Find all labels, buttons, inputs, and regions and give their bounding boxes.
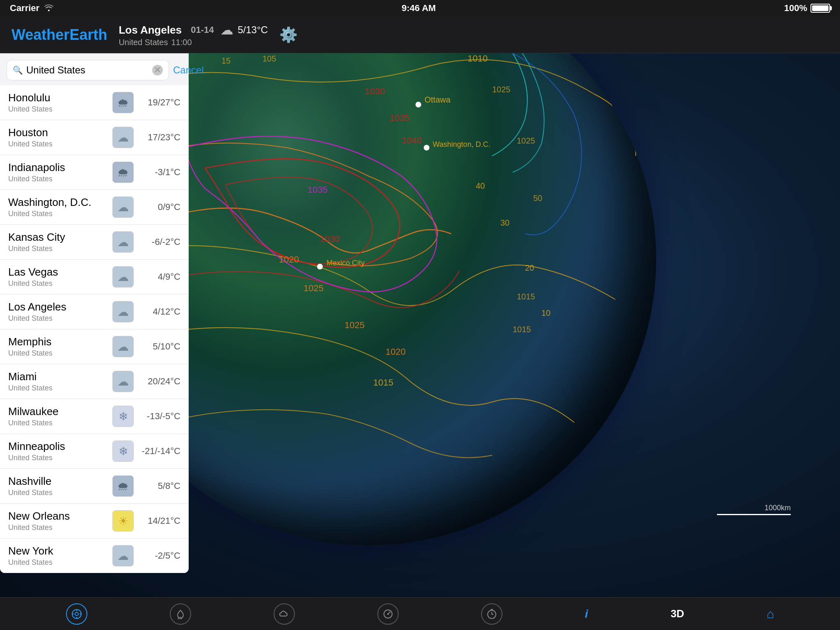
city-temp: 0/9°C: [139, 202, 180, 212]
city-name: Indianapolis: [8, 161, 107, 174]
svg-point-50: [387, 613, 389, 615]
header-cloud-icon: ☁: [220, 22, 233, 38]
city-list-item[interactable]: Memphis United States ☁ 5/10°C: [0, 329, 189, 364]
city-weather-icon: ☁: [112, 300, 135, 323]
battery-percent: 100%: [784, 3, 807, 14]
city-weather-icon: ☁: [112, 231, 135, 253]
svg-point-34: [415, 102, 421, 107]
scale-bar: 1000km: [717, 504, 791, 515]
scale-label: 1000km: [765, 504, 791, 512]
svg-point-41: [75, 612, 78, 616]
timer-button[interactable]: [481, 603, 502, 625]
svg-text:30: 30: [500, 218, 509, 227]
city-text: Houston United States: [8, 126, 107, 148]
city-weather-icon: 🌧: [112, 161, 135, 184]
svg-point-38: [317, 264, 323, 269]
city-list-item[interactable]: Kansas City United States ☁ -6/-2°C: [0, 225, 189, 260]
svg-text:Mexico City: Mexico City: [326, 259, 365, 267]
city-temp: -13/-5°C: [139, 411, 180, 422]
status-left: Carrier: [10, 3, 53, 14]
city-list-item[interactable]: Miami United States ☁ 20/24°C: [0, 364, 189, 399]
city-list-item[interactable]: Minneapolis United States ❄ -21/-14°C: [0, 434, 189, 469]
city-country: United States: [8, 523, 107, 532]
cloud-button[interactable]: [274, 603, 295, 625]
svg-text:1025: 1025: [517, 136, 535, 145]
city-text: Kansas City United States: [8, 231, 107, 253]
city-country: United States: [8, 384, 107, 393]
city-name: New York: [8, 545, 107, 557]
city-name: Minneapolis: [8, 440, 107, 453]
city-list-item[interactable]: New Orleans United States ☀ 14/21°C: [0, 504, 189, 539]
city-weather-icon: ☀: [112, 509, 135, 532]
svg-text:Washington, D.C.: Washington, D.C.: [433, 140, 490, 148]
svg-text:1020: 1020: [279, 254, 299, 265]
city-weather-icon: ☁: [112, 265, 135, 288]
svg-text:1020: 1020: [386, 347, 406, 357]
city-name: Memphis: [8, 336, 107, 348]
wind-button[interactable]: [66, 603, 87, 625]
city-temp: 4/9°C: [139, 272, 180, 282]
pressure-button[interactable]: [377, 603, 399, 625]
carrier-label: Carrier: [10, 3, 39, 14]
search-input[interactable]: [26, 64, 149, 76]
home-button[interactable]: ⌂: [767, 607, 774, 621]
svg-text:40: 40: [476, 181, 485, 190]
city-name: Houston: [8, 126, 107, 139]
city-text: Milwaukee United States: [8, 405, 107, 427]
city-temp: 20/24°C: [139, 376, 180, 387]
city-text: Los Angeles United States: [8, 301, 107, 323]
bottom-toolbar: i 3D ⌂: [0, 597, 840, 630]
city-text: New Orleans United States: [8, 510, 107, 532]
city-name: Kansas City: [8, 231, 107, 244]
status-bar: Carrier 9:46 AM 100%: [0, 0, 840, 16]
city-weather-icon: ☁: [112, 126, 135, 149]
city-weather-icon: ☁: [112, 370, 135, 393]
city-list-item[interactable]: Los Angeles United States ☁ 4/12°C: [0, 294, 189, 329]
city-weather-icon: 🌧: [112, 91, 135, 114]
svg-text:50: 50: [533, 194, 542, 203]
city-list-item[interactable]: Indianapolis United States 🌧 -3/1°C: [0, 155, 189, 190]
city-text: Memphis United States: [8, 336, 107, 358]
rain-button[interactable]: [170, 603, 191, 625]
city-list-item[interactable]: Milwaukee United States ❄ -13/-5°C: [0, 399, 189, 434]
city-name: Milwaukee: [8, 405, 107, 418]
city-list-item[interactable]: Nashville United States 🌧 5/8°C: [0, 469, 189, 504]
city-list-item[interactable]: Washington, D.C. United States ☁ 0/9°C: [0, 190, 189, 225]
city-country: United States: [8, 279, 107, 288]
search-overlay: 🔍 ✕ Cancel Honolulu United States 🌧 19/2…: [0, 53, 189, 573]
app-header: WeatherEarth Los Angeles 01-14 ☁ 5/13°C …: [0, 16, 840, 53]
svg-text:1035: 1035: [308, 185, 328, 195]
city-weather-icon: ☁: [112, 196, 135, 219]
city-temp: -3/1°C: [139, 167, 180, 178]
search-clear-button[interactable]: ✕: [152, 65, 163, 75]
svg-text:1015: 1015: [513, 325, 531, 334]
status-right: 100%: [784, 3, 830, 14]
city-country: United States: [8, 244, 107, 253]
search-input-wrapper[interactable]: 🔍 ✕: [7, 60, 169, 80]
city-country: United States: [8, 314, 107, 323]
settings-icon[interactable]: ⚙️: [279, 26, 298, 43]
city-text: New York United States: [8, 545, 107, 567]
city-weather-icon: ❄: [112, 405, 135, 428]
3d-button[interactable]: 3D: [671, 607, 684, 620]
info-button[interactable]: i: [585, 607, 588, 621]
city-country: United States: [8, 419, 107, 427]
svg-line-47: [180, 617, 180, 619]
city-name: Las Vegas: [8, 266, 107, 278]
city-text: Honolulu United States: [8, 91, 107, 114]
city-list-item[interactable]: New York United States ☁ -2/5°C: [0, 539, 189, 573]
city-text: Indianapolis United States: [8, 161, 107, 183]
city-text: Minneapolis United States: [8, 440, 107, 462]
header-date: 01-14: [188, 25, 214, 35]
svg-text:10: 10: [541, 308, 550, 317]
city-list-item[interactable]: Houston United States ☁ 17/23°C: [0, 120, 189, 155]
city-country: United States: [8, 488, 107, 497]
city-name: Los Angeles: [8, 301, 107, 313]
city-list-item[interactable]: Honolulu United States 🌧 19/27°C: [0, 85, 189, 120]
search-cancel-button[interactable]: Cancel: [173, 64, 204, 76]
city-country: United States: [8, 210, 107, 218]
city-list-item[interactable]: Las Vegas United States ☁ 4/9°C: [0, 260, 189, 294]
city-text: Nashville United States: [8, 475, 107, 497]
city-name: Washington, D.C.: [8, 196, 107, 209]
city-name: New Orleans: [8, 510, 107, 523]
